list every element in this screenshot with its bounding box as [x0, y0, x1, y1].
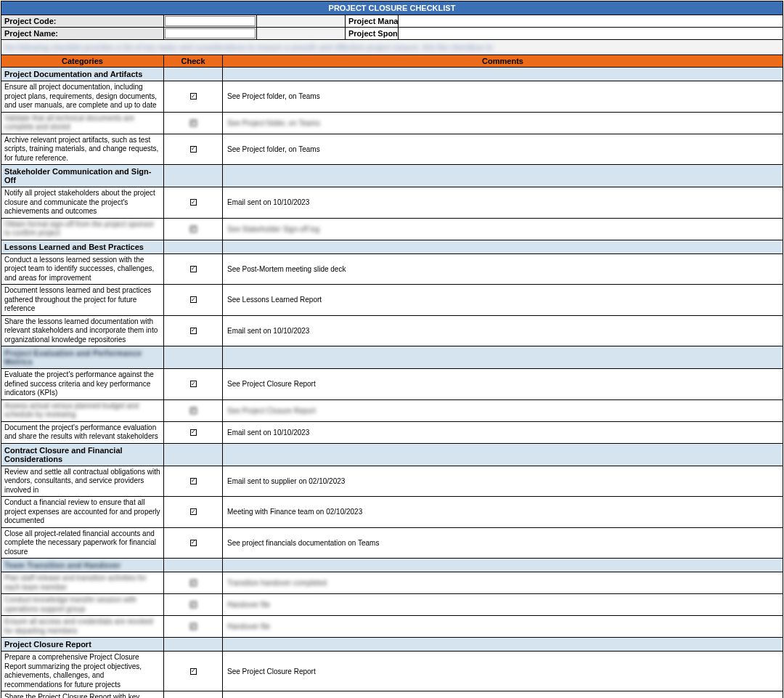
- item-description: Prepare a comprehensive Project Closure …: [1, 652, 164, 691]
- checklist-row: Prepare a comprehensive Project Closure …: [1, 652, 783, 691]
- project-manager-label: Project Manag: [345, 15, 399, 27]
- header-gap: [257, 28, 345, 39]
- item-check-cell: [164, 422, 223, 443]
- checkbox-icon[interactable]: [190, 580, 197, 586]
- item-description: Ensure all project documentation, includ…: [1, 81, 164, 112]
- item-check-cell: [164, 113, 223, 134]
- section-comment-col: [223, 559, 783, 572]
- item-description: Notify all project stakeholders about th…: [1, 187, 164, 218]
- checklist-row: Document the project's performance evalu…: [1, 422, 783, 444]
- checkbox-icon[interactable]: [190, 429, 197, 436]
- checklist-row: Close all project-related financial acco…: [1, 528, 783, 559]
- item-description: Conduct knowledge transfer session with …: [1, 594, 164, 615]
- checkbox-icon[interactable]: [190, 120, 197, 126]
- section-title: Lessons Learned and Best Practices: [1, 240, 164, 253]
- checklist-row: Conduct knowledge transfer session with …: [1, 594, 783, 616]
- checkbox-icon[interactable]: [190, 93, 197, 100]
- item-description: Close all project-related financial acco…: [1, 528, 164, 559]
- column-headers: Categories Check Comments: [1, 55, 783, 68]
- checkbox-icon[interactable]: [190, 601, 197, 608]
- item-comment: See Project Closure Report: [223, 652, 783, 691]
- section-comment-col: [223, 165, 783, 187]
- checkbox-icon[interactable]: [190, 478, 197, 484]
- checkbox-icon[interactable]: [190, 407, 197, 414]
- page-title: PROJECT CLOSURE CHECKLIST: [1, 1, 783, 15]
- section-title: Project Documentation and Artifacts: [1, 68, 164, 81]
- item-description: Document the project's performance evalu…: [1, 422, 164, 443]
- section-check-col: [164, 638, 223, 651]
- section-check-col: [164, 346, 223, 368]
- header-row-project-name: Project Name: Project Sponso: [1, 28, 783, 40]
- checklist-row: Archive relevant project artifacts, such…: [1, 134, 783, 166]
- item-description: Conduct a lessons learned session with t…: [1, 254, 164, 285]
- item-comment: See Project folder, on Teams: [223, 113, 783, 134]
- section-header: Stakeholder Communication and Sign-Off: [1, 165, 783, 187]
- item-comment: Email sent on 10/10/2023: [223, 187, 783, 218]
- section-comment-col: [223, 444, 783, 466]
- item-check-cell: [164, 81, 223, 112]
- column-categories: Categories: [1, 55, 164, 67]
- section-header: Project Evaluation and Performance Metri…: [1, 346, 783, 369]
- checklist-row: Notify all project stakeholders about th…: [1, 187, 783, 219]
- intro-text-blurred: the following checklist provides a list …: [1, 40, 783, 55]
- item-comment: See Stakeholder Sign-off log: [223, 219, 783, 240]
- item-check-cell: [164, 254, 223, 285]
- section-title: Stakeholder Communication and Sign-Off: [1, 165, 164, 187]
- checklist-row: Conduct a financial review to ensure tha…: [1, 497, 783, 528]
- item-check-cell: [164, 497, 223, 527]
- section-check-col: [164, 165, 223, 187]
- checkbox-icon[interactable]: [190, 328, 197, 334]
- item-description: Evaluate the project's performance again…: [1, 369, 164, 399]
- checklist-container: PROJECT CLOSURE CHECKLIST Project Code: …: [1, 1, 783, 698]
- item-comment: Email sent to supplier on 02/10/2023: [223, 466, 783, 497]
- item-comment: Meeting with Finance team on 02/10/2023: [223, 497, 783, 527]
- item-comment: See Project Closure Report: [223, 369, 783, 399]
- checklist-row: Evaluate the project's performance again…: [1, 369, 783, 400]
- item-check-cell: [164, 134, 223, 165]
- checkbox-icon[interactable]: [190, 296, 197, 303]
- item-comment: See Lessons Learned Report: [223, 285, 783, 315]
- checklist-row: Obtain formal sign-off from the project …: [1, 219, 783, 240]
- section-check-col: [164, 240, 223, 253]
- item-check-cell: [164, 652, 223, 691]
- project-name-label: Project Name:: [1, 28, 164, 39]
- checkbox-icon[interactable]: [190, 266, 197, 272]
- project-name-input[interactable]: [165, 28, 256, 38]
- section-header: Contract Closure and Financial Considera…: [1, 444, 783, 466]
- item-description: Obtain formal sign-off from the project …: [1, 219, 164, 240]
- project-code-input[interactable]: [165, 16, 256, 26]
- checkbox-icon[interactable]: [190, 226, 197, 232]
- item-check-cell: [164, 594, 223, 615]
- section-header: Team Transition and Handover: [1, 559, 783, 572]
- checkbox-icon[interactable]: [190, 623, 197, 630]
- item-check-cell: [164, 369, 223, 399]
- section-check-col: [164, 559, 223, 572]
- checklist-row: Validate that all technical documents ar…: [1, 113, 783, 134]
- section-comment-col: [223, 346, 783, 368]
- project-sponsor-label: Project Sponso: [345, 28, 399, 39]
- section-header: Project Closure Report: [1, 638, 783, 652]
- section-header: Lessons Learned and Best Practices: [1, 240, 783, 254]
- checklist-row: Review and settle all contractual obliga…: [1, 466, 783, 498]
- checkbox-icon[interactable]: [190, 508, 197, 515]
- checklist-row: Conduct a lessons learned session with t…: [1, 254, 783, 285]
- item-description: Archive relevant project artifacts, such…: [1, 134, 164, 165]
- checkbox-icon[interactable]: [190, 199, 197, 206]
- checklist-row: Ensure all access and credentials are re…: [1, 616, 783, 638]
- checkbox-icon[interactable]: [190, 381, 197, 387]
- item-description: Document lessons learned and best practi…: [1, 285, 164, 315]
- checkbox-icon[interactable]: [190, 668, 197, 675]
- item-comment: See project financials documentation on …: [223, 528, 783, 559]
- item-description: Assess actual versus planned budget and …: [1, 400, 164, 421]
- project-code-label: Project Code:: [1, 15, 164, 27]
- item-check-cell: [164, 616, 223, 637]
- item-check-cell: [164, 316, 223, 346]
- checklist-row: Share the Project Closure Report with ke…: [1, 691, 783, 698]
- item-check-cell: [164, 466, 223, 497]
- checkbox-icon[interactable]: [190, 540, 197, 546]
- checklist-row: Ensure all project documentation, includ…: [1, 81, 783, 113]
- item-check-cell: [164, 187, 223, 218]
- checkbox-icon[interactable]: [190, 146, 197, 153]
- project-code-cell: [164, 15, 257, 27]
- item-comment: Handover file: [223, 594, 783, 615]
